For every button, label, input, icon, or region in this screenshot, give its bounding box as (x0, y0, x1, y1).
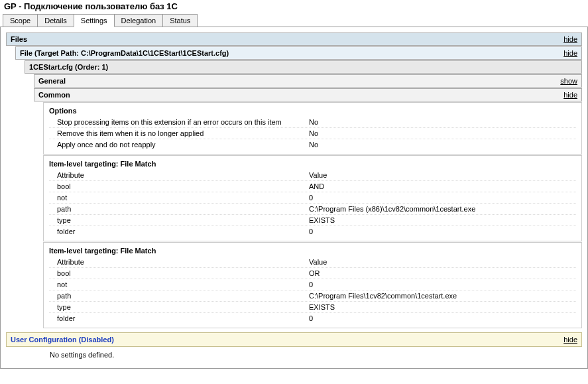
targeting-header-val: Value (309, 258, 576, 266)
section-cfg: 1CEStart.cfg (Order: 1) (25, 60, 582, 74)
section-common: Common hide (34, 88, 582, 101)
targeting-header-val: Value (309, 171, 576, 179)
section-file-toggle[interactable]: hide (563, 49, 577, 57)
section-general-label: General (38, 77, 66, 85)
content-pane: Files hide File (Target Path: C:\Program… (0, 27, 588, 369)
targeting-header-key: Attribute (57, 171, 309, 179)
section-general: General show (34, 74, 582, 88)
targeting-row: bool AND (49, 181, 576, 192)
targeting-row: type EXISTS (49, 215, 576, 226)
tab-bar: Scope Details Settings Delegation Status (0, 14, 588, 27)
section-cfg-label: 1CEStart.cfg (Order: 1) (29, 63, 108, 71)
targeting-row: folder 0 (49, 313, 576, 324)
tab-scope[interactable]: Scope (3, 14, 38, 27)
targeting-row: bool OR (49, 268, 576, 279)
targeting-val: 0 (309, 314, 576, 322)
section-files-toggle[interactable]: hide (563, 35, 577, 43)
section-common-toggle[interactable]: hide (563, 91, 577, 99)
option-row: Stop processing items on this extension … (49, 117, 576, 128)
user-configuration-toggle[interactable]: hide (563, 336, 577, 344)
targeting-key: bool (57, 182, 309, 190)
targeting-row: not 0 (49, 192, 576, 204)
section-files: Files hide (6, 32, 582, 46)
section-files-label: Files (11, 35, 27, 43)
targeting-header-key: Attribute (57, 258, 309, 266)
section-common-label: Common (38, 91, 70, 99)
targeting-val: 0 (309, 227, 576, 235)
option-row: Apply once and do not reapply No (49, 139, 576, 150)
targeting-key: type (57, 303, 309, 311)
targeting-val: 0 (309, 194, 576, 202)
targeting-row: path C:\Program Files (x86)\1cv82\common… (49, 204, 576, 215)
targeting-block-2: Item-level targeting: File Match Attribu… (43, 242, 582, 328)
option-key: Apply once and do not reapply (57, 141, 309, 149)
targeting-block-1: Item-level targeting: File Match Attribu… (43, 155, 582, 241)
targeting-val: EXISTS (309, 303, 576, 311)
tab-details[interactable]: Details (37, 14, 74, 27)
option-key: Stop processing items on this extension … (57, 118, 309, 126)
targeting-key: folder (57, 314, 309, 322)
targeting-row: not 0 (49, 279, 576, 290)
targeting-val: AND (309, 182, 576, 190)
option-key: Remove this item when it is no longer ap… (57, 129, 309, 137)
targeting-val: OR (309, 269, 576, 277)
option-val: No (309, 118, 576, 126)
section-general-toggle[interactable]: show (560, 77, 577, 85)
no-settings-text: No settings defined. (43, 347, 582, 363)
user-configuration-label: User Configuration (Disabled) (11, 336, 114, 344)
targeting-val: 0 (309, 281, 576, 288)
targeting-row: folder 0 (49, 226, 576, 237)
section-file-label: File (Target Path: C:\ProgramData\1C\1CE… (20, 49, 229, 57)
targeting-key: folder (57, 227, 309, 235)
targeting-row: type EXISTS (49, 302, 576, 313)
tab-status[interactable]: Status (162, 14, 198, 27)
targeting-key: path (57, 292, 309, 300)
targeting-val: C:\Program Files (x86)\1cv82\common\1ces… (309, 205, 576, 213)
targeting-row: path C:\Program Files\1cv82\common\1cest… (49, 290, 576, 302)
targeting-heading-2: Item-level targeting: File Match (49, 247, 576, 255)
targeting-heading-1: Item-level targeting: File Match (49, 160, 576, 168)
targeting-header-row: Attribute Value (49, 170, 576, 181)
targeting-header-row: Attribute Value (49, 257, 576, 268)
targeting-key: not (57, 194, 309, 202)
targeting-key: type (57, 216, 309, 224)
tab-delegation[interactable]: Delegation (114, 14, 164, 27)
section-file: File (Target Path: C:\ProgramData\1C\1CE… (15, 46, 582, 60)
user-configuration-section: User Configuration (Disabled) hide (6, 332, 582, 347)
targeting-key: not (57, 281, 309, 288)
targeting-val: C:\Program Files\1cv82\common\1cestart.e… (309, 292, 576, 300)
targeting-val: EXISTS (309, 216, 576, 224)
option-val: No (309, 129, 576, 137)
option-val: No (309, 141, 576, 149)
window-title: GP - Подключение пользователю баз 1С (0, 0, 588, 14)
options-heading: Options (49, 107, 576, 115)
tab-settings[interactable]: Settings (74, 14, 115, 27)
options-block: Options Stop processing items on this ex… (43, 102, 582, 155)
option-row: Remove this item when it is no longer ap… (49, 128, 576, 139)
targeting-key: path (57, 205, 309, 213)
targeting-key: bool (57, 269, 309, 277)
